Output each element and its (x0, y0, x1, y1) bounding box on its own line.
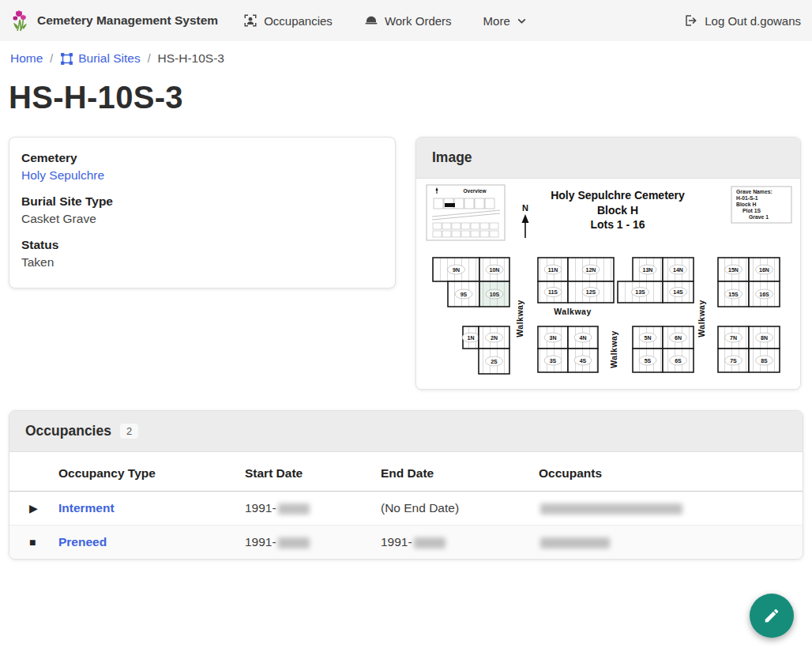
occupancies-card-header: Occupancies 2 (9, 411, 803, 452)
nav-more-label: More (483, 14, 510, 28)
table-row-preneed[interactable]: ■ Preneed 1991- 1991- (9, 526, 803, 560)
breadcrumb: Home / Burial Sites / HS-H-10S-3 (9, 41, 803, 69)
end-date-value: (No End Date) (381, 501, 459, 515)
logout-label: Log Out d.gowans (705, 14, 801, 28)
col-start-date: Start Date (245, 452, 381, 492)
burial-site-details-card: Cemetery Holy Sepulchre Burial Site Type… (9, 137, 396, 288)
cemetery-link[interactable]: Holy Sepulchre (21, 168, 104, 182)
app-title: Cemetery Management System (37, 13, 218, 28)
field-burial-site-type-value: Casket Grave (21, 212, 383, 226)
svg-text:Block H: Block H (597, 204, 638, 217)
nav-more[interactable]: More (483, 13, 527, 28)
svg-text:Lots 1 - 16: Lots 1 - 16 (590, 218, 645, 231)
svg-text:1N: 1N (468, 335, 475, 341)
preneed-link[interactable]: Preneed (58, 535, 107, 549)
svg-text:13S: 13S (635, 289, 645, 295)
field-status-value: Taken (21, 255, 383, 270)
svg-text:6S: 6S (675, 358, 682, 364)
svg-text:15N: 15N (728, 267, 739, 273)
svg-text:5S: 5S (645, 358, 652, 364)
svg-text:10S: 10S (490, 292, 500, 297)
occupancies-card-title: Occupancies (25, 423, 111, 439)
chevron-down-icon (517, 16, 527, 26)
app-brand[interactable]: Cemetery Management System (11, 9, 218, 32)
svg-text:13N: 13N (643, 267, 653, 273)
occupancies-card: Occupancies 2 Occupancy Type Start Date … (9, 410, 803, 560)
svg-text:7N: 7N (730, 335, 737, 341)
nav-work-orders-label: Work Orders (385, 14, 452, 28)
svg-text:8N: 8N (761, 335, 768, 341)
hard-hat-icon (364, 13, 378, 28)
col-occupancy-type: Occupancy Type (58, 452, 245, 492)
svg-text:9S: 9S (461, 292, 468, 297)
nav-occupancies[interactable]: Occupancies (243, 13, 333, 28)
interment-link[interactable]: Interment (58, 501, 115, 515)
breadcrumb-burial-sites-link[interactable]: Burial Sites (60, 51, 140, 66)
occupancies-header-row: Occupancy Type Start Date End Date Occup… (9, 452, 803, 492)
svg-text:3N: 3N (550, 335, 557, 341)
svg-text:8S: 8S (761, 358, 768, 364)
svg-text:Holy Sepulchre Cemetery: Holy Sepulchre Cemetery (551, 189, 685, 202)
col-occupants: Occupants (539, 452, 803, 492)
svg-text:Grave Names:: Grave Names: (736, 189, 773, 194)
svg-text:Overview: Overview (464, 188, 487, 194)
breadcrumb-burial-sites-label: Burial Sites (78, 51, 140, 66)
main-content: Home / Burial Sites / HS-H-10S-3 HS-H-10… (0, 41, 812, 560)
svg-text:Plot 1S: Plot 1S (742, 208, 761, 213)
svg-text:2N: 2N (491, 335, 498, 341)
svg-text:14S: 14S (673, 289, 683, 295)
svg-text:10N: 10N (490, 267, 500, 273)
image-card-header: Image (416, 138, 800, 179)
svg-text:Walkway: Walkway (609, 330, 618, 368)
svg-text:Walkway: Walkway (697, 300, 706, 337)
breadcrumb-separator: / (148, 52, 151, 65)
cards-row: Cemetery Holy Sepulchre Burial Site Type… (9, 137, 803, 390)
svg-text:11N: 11N (548, 267, 558, 273)
table-row-interment[interactable]: ▶ Interment 1991- (No End Date) (9, 492, 803, 526)
redacted-end-date (414, 537, 445, 549)
field-cemetery: Cemetery Holy Sepulchre (21, 151, 383, 183)
app-root: Cemetery Management System Occupancies (0, 0, 812, 560)
svg-text:12N: 12N (586, 267, 596, 273)
svg-text:N: N (522, 203, 528, 213)
end-date-value: 1991- (381, 535, 412, 549)
edit-fab-button[interactable] (750, 594, 794, 638)
svg-text:7S: 7S (730, 358, 737, 364)
svg-text:4S: 4S (580, 358, 587, 364)
svg-text:Block H: Block H (736, 202, 756, 207)
svg-text:Grave 1: Grave 1 (749, 214, 769, 220)
start-date-value: 1991- (245, 535, 276, 549)
logout-icon (684, 13, 698, 28)
svg-text:12S: 12S (586, 289, 596, 295)
svg-text:16N: 16N (759, 267, 769, 273)
breadcrumb-home-link[interactable]: Home (10, 51, 43, 66)
svg-text:5N: 5N (645, 335, 652, 341)
svg-text:16S: 16S (759, 292, 769, 297)
nav-occupancies-label: Occupancies (264, 14, 333, 28)
redacted-occupants (540, 503, 682, 515)
redacted-occupants (540, 537, 610, 549)
pencil-icon (763, 607, 780, 624)
svg-text:2S: 2S (491, 359, 498, 364)
logout-button[interactable]: Log Out d.gowans (684, 13, 801, 28)
svg-text:H-01-S-1: H-01-S-1 (736, 195, 758, 201)
col-icon (9, 452, 58, 492)
field-cemetery-label: Cemetery (21, 151, 383, 165)
svg-text:14N: 14N (673, 267, 683, 273)
svg-text:11S: 11S (548, 289, 558, 295)
breadcrumb-current: HS-H-10S-3 (158, 51, 224, 66)
burial-sites-frame-icon (60, 52, 73, 66)
nav-work-orders[interactable]: Work Orders (364, 13, 452, 28)
svg-text:Walkway: Walkway (515, 300, 524, 337)
tulips-logo-icon (11, 9, 30, 32)
occupancies-table: Occupancy Type Start Date End Date Occup… (9, 452, 803, 559)
svg-text:Walkway: Walkway (554, 307, 591, 316)
site-map-image[interactable]: OverviewHoly Sepulchre CemeteryBlock HLo… (416, 179, 800, 389)
svg-text:3S: 3S (550, 358, 557, 364)
play-icon: ▶ (9, 492, 58, 526)
svg-text:9N: 9N (453, 267, 460, 273)
image-card: Image OverviewHoly Sepulchre CemeteryBlo… (415, 137, 801, 390)
redacted-start-date (278, 537, 310, 549)
breadcrumb-separator: / (50, 52, 53, 65)
occupancies-count-badge: 2 (120, 424, 138, 439)
